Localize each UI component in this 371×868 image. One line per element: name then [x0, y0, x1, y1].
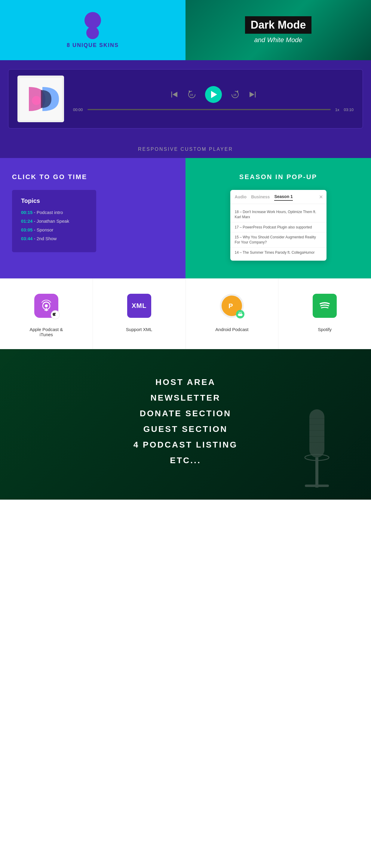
spotify-icon [313, 294, 337, 318]
features-section: CLICK TO GO TIME Topics 00:15 - Podcast … [0, 158, 371, 278]
popup-tab-season1[interactable]: Season 1 [274, 193, 293, 201]
topics-title: Topics [21, 197, 87, 204]
feature-host-area: HOST AREA [134, 377, 237, 387]
topic-link-4[interactable]: 03:44 [21, 236, 32, 241]
svg-marker-9 [249, 92, 255, 97]
player-label-section: RESPONSIVE CUSTOM PLAYER [0, 141, 371, 158]
platforms-section: Apple Podcast &iTunes XML Support XML P [0, 278, 371, 349]
topic-link-1[interactable]: 00:15 [21, 210, 32, 215]
svg-marker-3 [173, 92, 177, 97]
xml-label: Support XML [126, 327, 153, 332]
popup-list: 18 – Don't Increase Work Hours, Optimize… [230, 204, 327, 261]
hero-left: 8 UNIQUE SKINS [0, 0, 186, 60]
android-icon-wrapper: P [217, 291, 247, 321]
next-button[interactable] [248, 90, 257, 99]
season-popup-section: SEASON IN POP-UP Audio Business Season 1… [186, 158, 371, 278]
apple-podcast-icon-wrapper [31, 291, 61, 321]
feature-etc: ETC... [134, 456, 237, 465]
player-section: 15 15 [0, 60, 371, 141]
topic-desc-4: - 2nd Show [34, 236, 57, 241]
rewind-button[interactable]: 15 [186, 89, 198, 100]
android-podcast-svg: P [225, 299, 238, 312]
apple-podcast-icon [34, 294, 58, 318]
svg-rect-25 [309, 409, 325, 458]
apple-badge [51, 310, 60, 319]
svg-marker-4 [189, 90, 191, 93]
platform-xml[interactable]: XML Support XML [93, 279, 186, 349]
features-list-section: HOST AREA NEWSLETTER DONATE SECTION GUES… [0, 349, 371, 500]
player-controls: 15 15 [73, 86, 353, 112]
android-badge [236, 310, 244, 318]
popup-box: Audio Business Season 1 ✕ 18 – Don't Inc… [230, 190, 327, 261]
popup-header: Audio Business Season 1 ✕ [230, 190, 327, 204]
player-buttons: 15 15 [170, 86, 257, 103]
hero-right: Dark Mode and White Mode [186, 0, 371, 60]
svg-text:15: 15 [233, 93, 236, 96]
topics-box: Topics 00:15 - Podcast intro 01:24 - Jon… [12, 190, 96, 252]
feature-newsletter: NEWSLETTER [134, 393, 237, 403]
svg-line-22 [241, 312, 242, 312]
season-popup-title: SEASON IN POP-UP [198, 173, 359, 181]
popup-list-item-1[interactable]: 18 – Don't Increase Work Hours, Optimize… [230, 207, 327, 222]
time-start: 00:00 [73, 107, 83, 112]
microphone-svg [287, 379, 347, 500]
xml-icon: XML [127, 294, 151, 318]
album-art [18, 75, 64, 122]
svg-rect-16 [238, 314, 242, 316]
android-label: Android Podcast [215, 327, 248, 332]
topic-desc-1: - Podcast intro [34, 210, 63, 215]
topic-item-4: 03:44 - 2nd Show [21, 236, 87, 241]
progress-bar[interactable] [88, 109, 331, 110]
topic-item-2: 01:24 - Jonathan Speak [21, 218, 87, 224]
platform-android[interactable]: P Android [186, 279, 279, 349]
platform-apple-podcast[interactable]: Apple Podcast &iTunes [0, 279, 93, 349]
podcast-icon-svg [39, 298, 54, 313]
spotify-icon-wrapper [310, 291, 340, 321]
svg-point-19 [239, 313, 240, 313]
popup-tab-audio[interactable]: Audio [235, 193, 247, 200]
speed-label[interactable]: 1x [335, 107, 339, 112]
popup-tab-business[interactable]: Business [251, 193, 270, 200]
click-to-go-title: CLICK TO GO TIME [12, 173, 173, 181]
player-label: RESPONSIVE CUSTOM PLAYER [138, 147, 233, 152]
topic-desc-2: - Jonathan Speak [34, 218, 69, 224]
topic-item-3: 03:05 - Sponsor [21, 227, 87, 232]
android-icon-outer: P [220, 294, 244, 318]
svg-point-11 [45, 304, 48, 307]
feature-podcast-listing: 4 PODCAST LISTING [134, 440, 237, 450]
svg-rect-23 [315, 458, 318, 488]
dark-mode-label: Dark Mode [245, 16, 311, 34]
popup-list-item-4[interactable]: 14 – The Summer Times Parody ft. Collega… [230, 248, 327, 258]
svg-rect-17 [238, 314, 238, 315]
microphone-decoration [287, 379, 347, 500]
android-robot-svg [237, 311, 243, 317]
svg-text:15: 15 [190, 93, 193, 96]
play-icon [211, 91, 217, 98]
topic-link-2[interactable]: 01:24 [21, 218, 32, 224]
prev-button[interactable] [170, 90, 178, 99]
features-list-content: HOST AREA NEWSLETTER DONATE SECTION GUES… [122, 359, 249, 489]
time-end: 03:10 [344, 107, 353, 112]
platform-spotify[interactable]: Spotify [278, 279, 371, 349]
popup-close-button[interactable]: ✕ [319, 194, 323, 200]
spotify-logo-svg [317, 298, 332, 313]
svg-point-20 [241, 313, 241, 313]
feature-donate: DONATE SECTION [134, 409, 237, 418]
apple-podcast-label: Apple Podcast &iTunes [30, 327, 63, 337]
click-to-go-section: CLICK TO GO TIME Topics 00:15 - Podcast … [0, 158, 186, 278]
popup-list-item-3[interactable]: 15 – Why You Should Consider Augmented R… [230, 232, 327, 248]
white-mode-label: and White Mode [254, 36, 302, 44]
forward-button[interactable]: 15 [229, 89, 241, 100]
xml-icon-wrapper: XML [124, 291, 154, 321]
svg-line-21 [239, 312, 239, 312]
popup-list-item-2[interactable]: 17 – PowerPress Podcast Plugin also supp… [230, 222, 327, 232]
album-art-svg [20, 78, 62, 120]
svg-rect-24 [305, 485, 329, 487]
hero-section: 8 UNIQUE SKINS Dark Mode and White Mode [0, 0, 371, 60]
logo-circle-bottom [86, 27, 99, 39]
spotify-label: Spotify [318, 327, 332, 332]
svg-point-1 [32, 96, 41, 105]
topic-link-3[interactable]: 03:05 [21, 227, 32, 232]
play-button[interactable] [205, 86, 222, 103]
logo-icon [81, 12, 105, 39]
